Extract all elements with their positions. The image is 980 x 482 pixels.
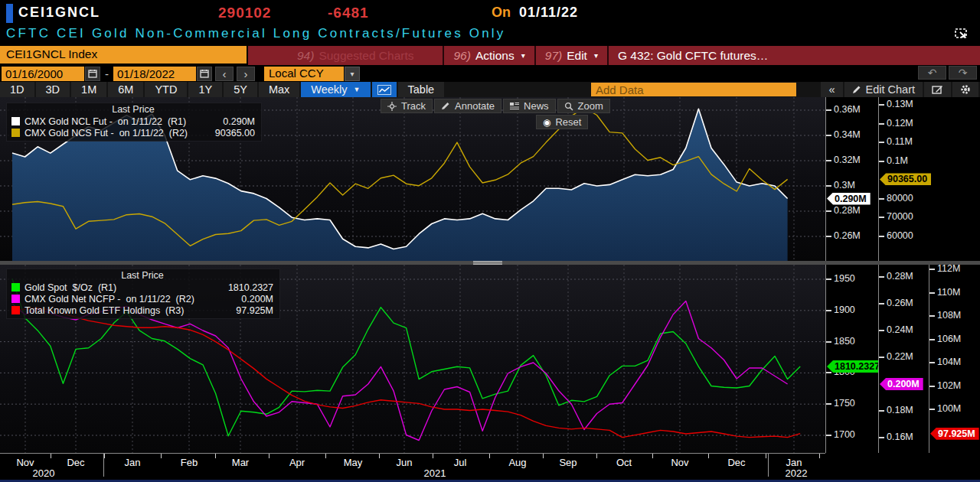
- legend-row: Gold Spot $/Oz (R1)1810.2327: [11, 282, 273, 293]
- x-month-label: Sep: [559, 457, 577, 468]
- axis-tick: [826, 210, 831, 212]
- x-month-label: Nov: [16, 457, 34, 468]
- chart-template-title[interactable]: G 432: Gold CFTC futures…: [618, 49, 768, 63]
- line-chart-type-icon[interactable]: [372, 82, 397, 97]
- reset-zoom-button[interactable]: ◉ Reset: [536, 115, 588, 129]
- axis-tick: [929, 315, 935, 317]
- range-button-ytd[interactable]: YTD: [145, 82, 187, 97]
- x-axis-tick: [269, 454, 270, 458]
- legend-value: 0.200M: [234, 294, 273, 305]
- on-label: On: [492, 5, 511, 21]
- menu-suggested-charts[interactable]: 94) Suggested Charts: [297, 49, 413, 63]
- axis-tick-label: 0.22M: [887, 351, 913, 362]
- table-button[interactable]: Table: [398, 82, 445, 97]
- axis-tick-label: 0.28M: [834, 205, 861, 216]
- menu-actions[interactable]: 96) Actions ▾: [453, 49, 524, 63]
- axis-tick: [879, 303, 884, 305]
- legend-label: CMX Gold Net NCFP - on 1/11/22 (R2): [24, 294, 194, 305]
- y-axis-r2: 0.13M0.12M0.11M0.1M80000700006000090365.…: [878, 97, 980, 261]
- axis-tick: [879, 217, 884, 218]
- range-button-6m[interactable]: 6M: [108, 82, 143, 97]
- reset-bullseye-icon: ◉: [543, 117, 550, 128]
- range-button-3d[interactable]: 3D: [36, 82, 70, 97]
- axis-tick-label: 1700: [834, 429, 855, 440]
- axis-tick: [826, 135, 831, 136]
- settings-gear-icon[interactable]: [952, 82, 978, 97]
- axis-tick: [929, 292, 935, 294]
- axis-tick: [929, 269, 935, 270]
- axis-tick: [879, 161, 884, 162]
- range-button-1d[interactable]: 1D: [0, 82, 34, 97]
- menu-number: 96): [453, 49, 470, 63]
- last-value-badge: 1810.2327: [827, 360, 884, 373]
- track-button[interactable]: Track: [381, 99, 433, 113]
- export-screen-icon[interactable]: [954, 28, 969, 44]
- crosshair-icon: [387, 102, 397, 111]
- last-value-badge: 97.925M: [930, 428, 979, 440]
- annotate-button[interactable]: Annotate: [434, 99, 501, 113]
- range-button-5y[interactable]: 5Y: [224, 82, 257, 97]
- axis-tick-label: 110M: [937, 287, 960, 298]
- x-axis: NovDecJanFebMarAprMayJunJulAugSepOctNovD…: [0, 453, 980, 480]
- x-month-label: Feb: [181, 457, 198, 468]
- redo-icon[interactable]: ↷: [949, 66, 977, 80]
- axis-tick: [826, 435, 831, 436]
- currency-select[interactable]: Local CCY: [264, 67, 344, 81]
- x-year-label: 2021: [424, 467, 446, 479]
- x-axis-tick: [215, 454, 216, 458]
- add-data-input[interactable]: [591, 83, 796, 96]
- axis-tick-label: 0.26M: [887, 298, 913, 308]
- x-month-label: Nov: [671, 457, 688, 468]
- calendar-icon[interactable]: [197, 67, 212, 81]
- x-axis-tick: [652, 454, 653, 458]
- annotation-note-icon[interactable]: [924, 82, 951, 97]
- axis-tick: [879, 123, 884, 125]
- last-value-badge: 90365.00: [880, 173, 931, 185]
- security-input[interactable]: CEI1GNCL Index: [0, 46, 247, 64]
- caret-down-icon[interactable]: ▾: [345, 67, 360, 81]
- legend-swatch: [11, 283, 20, 291]
- security-ticker: CEI1GNCL: [18, 5, 100, 21]
- range-button-1m[interactable]: 1M: [71, 82, 106, 97]
- collapse-panel-button[interactable]: «: [821, 82, 842, 97]
- legend-label: Total Known Gold ETF Holdings (R3): [24, 305, 184, 316]
- x-axis-tick: [51, 454, 51, 458]
- x-month-label: May: [344, 457, 363, 468]
- caret-down-icon: ▾: [521, 51, 525, 60]
- axis-tick: [826, 160, 831, 161]
- news-button[interactable]: News: [503, 99, 556, 113]
- series-cmx-gold-net-ncfp: [12, 301, 788, 441]
- date-from-input[interactable]: [2, 67, 84, 81]
- legend-label: Gold Spot $/Oz (R1): [24, 282, 116, 293]
- prev-period-button[interactable]: ‹: [215, 67, 234, 81]
- next-period-button[interactable]: ›: [237, 67, 255, 81]
- x-month-label: Jun: [397, 457, 413, 468]
- menu-edit[interactable]: 97) Edit ▾: [545, 49, 598, 63]
- range-button-max[interactable]: Max: [259, 82, 299, 97]
- futures-panel: Last PriceCMX Gold NCL Fut - on 1/11/22 …: [0, 97, 980, 261]
- axis-tick: [826, 278, 831, 280]
- calendar-icon[interactable]: [85, 67, 100, 81]
- axis-tick: [826, 236, 831, 237]
- date-to-input[interactable]: [113, 67, 196, 81]
- axis-tick-label: 100M: [937, 403, 961, 414]
- date-bar: - ‹ › Local CCY ▾ ↶ ↷: [0, 66, 980, 81]
- y-axis-r1: 0.36M0.34M0.32M0.3M0.28M0.26M0.290M: [825, 97, 879, 261]
- axis-tick-label: 0.12M: [887, 118, 913, 129]
- zoom-button[interactable]: Zoom: [557, 99, 610, 113]
- security-marker: [6, 4, 13, 23]
- news-lines-icon: [510, 102, 519, 110]
- axis-tick-label: 0.34M: [834, 129, 861, 140]
- range-button-1y[interactable]: 1Y: [188, 82, 222, 97]
- legend-swatch: [11, 306, 20, 314]
- pencil-icon: [441, 102, 450, 110]
- x-axis-tick: [379, 454, 380, 458]
- axis-tick-label: 0.3M: [834, 180, 855, 191]
- chart-region: Last PriceCMX Gold NCL Fut - on 1/11/22 …: [0, 97, 980, 482]
- legend-title: Last Price: [11, 104, 255, 115]
- period-dropdown[interactable]: Weekly ▼: [301, 82, 370, 97]
- edit-chart-button[interactable]: Edit Chart: [844, 82, 923, 97]
- undo-icon[interactable]: ↶: [918, 66, 946, 80]
- y-axis-r2: 0.28M0.26M0.24M0.22M0.18M0.16M0.200M: [878, 265, 929, 453]
- x-axis-tick: [325, 454, 326, 458]
